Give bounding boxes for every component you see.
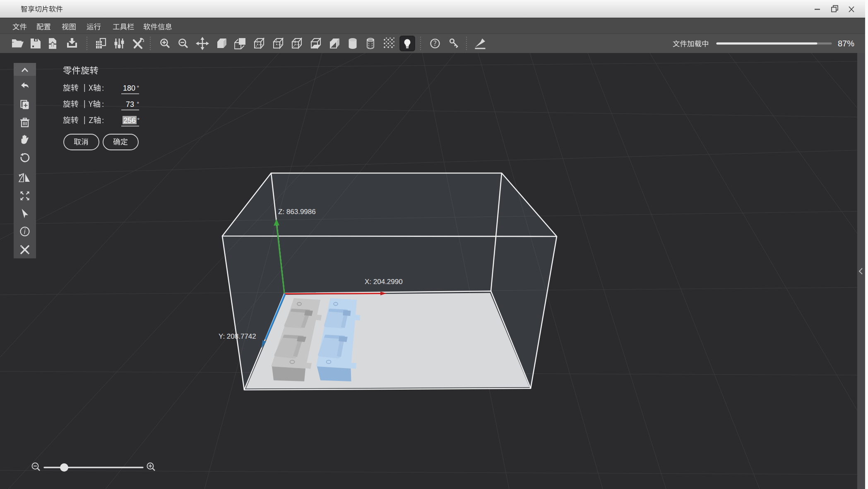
svg-text:°: °: [137, 117, 139, 123]
svg-text:87%: 87%: [838, 39, 854, 48]
svg-text:256: 256: [123, 116, 136, 125]
svg-text:X: 204.2990: X: 204.2990: [365, 278, 403, 286]
svg-text:Y: 208.7742: Y: 208.7742: [219, 332, 256, 340]
svg-text:°: °: [137, 84, 139, 91]
svg-text:°: °: [137, 101, 139, 107]
svg-text:Z: 863.9986: Z: 863.9986: [278, 208, 316, 216]
svg-text:73: 73: [126, 100, 134, 108]
svg-text:180: 180: [123, 84, 135, 92]
